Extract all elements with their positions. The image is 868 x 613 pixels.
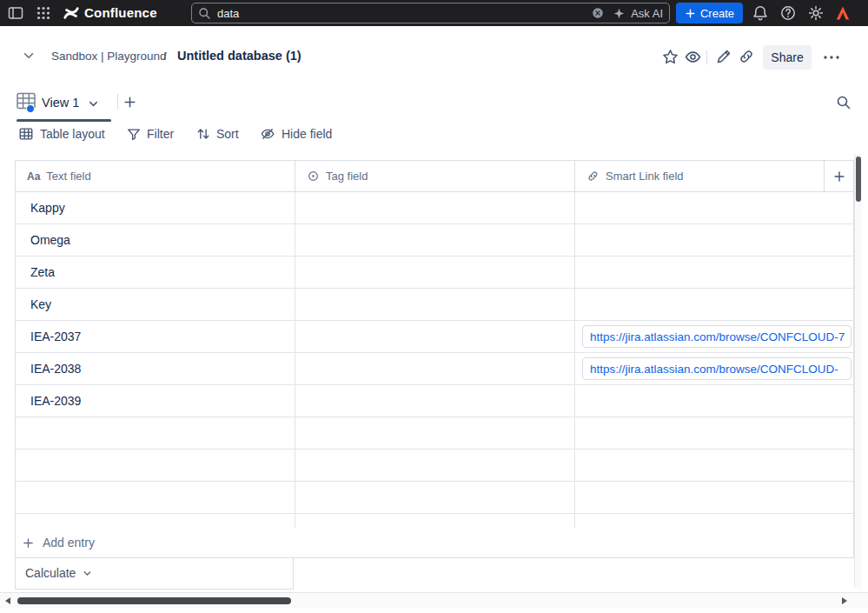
active-tab-indicator xyxy=(17,119,111,122)
tab-view-1[interactable]: View 1 xyxy=(42,96,79,110)
cell-tag[interactable] xyxy=(295,353,575,384)
cell-text[interactable]: Zeta xyxy=(16,257,295,288)
column-header-tag-field[interactable]: Tag field xyxy=(295,161,575,191)
add-field-button[interactable] xyxy=(825,161,853,191)
cell-tag[interactable] xyxy=(295,385,575,416)
table-layout-icon xyxy=(18,126,34,142)
table-row xyxy=(16,482,853,514)
table-row: IEA-2038 https://jira.atlassian.com/brow… xyxy=(16,353,853,385)
cell-smart-link[interactable]: https://jira.atlassian.com/browse/CONFCL… xyxy=(575,353,853,384)
view-badge-icon xyxy=(26,104,35,113)
copy-link-icon[interactable] xyxy=(738,48,755,65)
cell-text[interactable]: Key xyxy=(16,289,295,320)
find-in-view-icon[interactable] xyxy=(835,94,852,111)
cell-tag[interactable] xyxy=(295,192,575,223)
column-header-text-field[interactable]: Aa Text field xyxy=(16,161,295,191)
smart-link-card[interactable]: https://jira.atlassian.com/browse/CONFCL… xyxy=(582,357,851,380)
cell-tag[interactable] xyxy=(295,417,575,449)
cell-text[interactable] xyxy=(16,450,295,481)
calculate-button[interactable]: Calculate xyxy=(15,557,294,590)
cell-smart-link[interactable] xyxy=(575,192,853,223)
smart-link-url[interactable]: https://jira.atlassian.com/browse/CONFCL… xyxy=(590,363,838,376)
cell-smart-link[interactable] xyxy=(575,224,853,256)
column-label: Smart Link field xyxy=(606,170,684,183)
smart-link-url[interactable]: https://jira.atlassian.com/browse/CONFCL… xyxy=(590,330,845,343)
cell-tag[interactable] xyxy=(295,224,575,256)
top-navigation-bar: Confluence data Ask AI Create xyxy=(0,0,868,26)
cell-smart-link[interactable] xyxy=(575,289,853,320)
horizontal-scrollbar[interactable] xyxy=(0,592,868,609)
cell-text[interactable]: IEA-2037 xyxy=(16,321,295,352)
watch-eye-icon[interactable] xyxy=(684,48,702,66)
filter-icon xyxy=(126,126,142,142)
notifications-bell-icon[interactable] xyxy=(752,4,769,22)
cell-smart-link[interactable] xyxy=(575,385,853,416)
cell-tag[interactable] xyxy=(295,450,575,481)
cell-tag[interactable] xyxy=(295,257,575,288)
table-layout-button[interactable]: Table layout xyxy=(40,127,105,141)
more-actions-icon[interactable] xyxy=(822,50,841,65)
app-name[interactable]: Confluence xyxy=(84,5,157,20)
content-tree-expand-icon[interactable] xyxy=(21,48,36,63)
cell-text[interactable] xyxy=(16,482,295,513)
global-search-bar[interactable]: data Ask AI xyxy=(191,3,670,23)
cell-tag[interactable] xyxy=(295,482,575,513)
share-button[interactable]: Share xyxy=(763,45,812,70)
cell-tag[interactable] xyxy=(295,514,575,528)
filter-button[interactable]: Filter xyxy=(147,127,174,141)
sidebar-toggle-icon[interactable] xyxy=(7,4,24,22)
sort-button[interactable]: Sort xyxy=(216,127,239,141)
calculate-label: Calculate xyxy=(25,566,76,580)
add-entry-button[interactable]: Add entry xyxy=(16,528,853,558)
help-icon[interactable] xyxy=(779,4,797,22)
star-favorite-icon[interactable] xyxy=(661,48,679,66)
cell-smart-link[interactable] xyxy=(575,450,853,481)
horizontal-scrollbar-thumb[interactable] xyxy=(17,597,291,604)
cell-text[interactable]: IEA-2039 xyxy=(16,385,295,416)
hide-field-button[interactable]: Hide field xyxy=(282,127,332,141)
table-row xyxy=(16,417,853,450)
cell-text[interactable]: Omega xyxy=(16,224,295,256)
cell-tag[interactable] xyxy=(295,321,575,352)
cell-text[interactable]: IEA-2038 xyxy=(16,353,295,384)
view-type-icon xyxy=(15,90,868,112)
table-row: Zeta xyxy=(16,257,853,289)
app-switcher-icon[interactable] xyxy=(35,4,52,22)
ask-ai-button[interactable]: Ask AI xyxy=(631,7,663,20)
create-button-label: Create xyxy=(700,7,734,20)
scroll-right-arrow-icon[interactable] xyxy=(842,597,847,604)
cell-text[interactable]: Kappy xyxy=(16,192,295,223)
view-chevron-down-icon[interactable] xyxy=(87,97,100,110)
table-row xyxy=(16,514,853,528)
confluence-logo-icon[interactable] xyxy=(63,4,80,22)
page-title[interactable]: Untitled database (1) xyxy=(177,49,301,63)
scroll-left-arrow-icon[interactable] xyxy=(5,597,10,604)
confluence-database-page: Confluence data Ask AI Create xyxy=(0,0,868,613)
search-input-value[interactable]: data xyxy=(217,7,239,20)
cell-tag[interactable] xyxy=(295,289,575,320)
vertical-scrollbar-thumb[interactable] xyxy=(856,157,861,202)
add-view-icon[interactable] xyxy=(123,95,137,110)
vertical-scrollbar[interactable] xyxy=(854,154,862,588)
add-entry-label: Add entry xyxy=(43,536,95,550)
create-button[interactable]: Create xyxy=(676,3,743,23)
cell-smart-link[interactable]: https://jira.atlassian.com/browse/CONFCL… xyxy=(575,321,853,352)
cell-smart-link[interactable] xyxy=(575,514,853,528)
column-header-smart-link-field[interactable]: Smart Link field xyxy=(575,161,825,191)
cell-smart-link[interactable] xyxy=(575,482,853,513)
smart-link-card[interactable]: https://jira.atlassian.com/browse/CONFCL… xyxy=(582,325,851,348)
edit-pencil-icon[interactable] xyxy=(715,48,732,65)
profile-avatar[interactable] xyxy=(834,4,851,22)
cell-text[interactable] xyxy=(16,417,295,449)
plus-icon xyxy=(832,170,846,183)
cell-smart-link[interactable] xyxy=(575,257,853,288)
settings-gear-icon[interactable] xyxy=(807,4,825,22)
column-label: Text field xyxy=(46,170,90,183)
breadcrumb-space-link[interactable]: Sandbox | Playground xyxy=(51,50,167,63)
cell-smart-link[interactable] xyxy=(575,417,853,449)
sparkle-ai-icon xyxy=(613,7,626,20)
smart-link-field-icon xyxy=(586,170,600,183)
cell-text[interactable] xyxy=(16,514,295,528)
header-divider xyxy=(706,50,707,64)
clear-search-icon[interactable] xyxy=(591,6,605,20)
